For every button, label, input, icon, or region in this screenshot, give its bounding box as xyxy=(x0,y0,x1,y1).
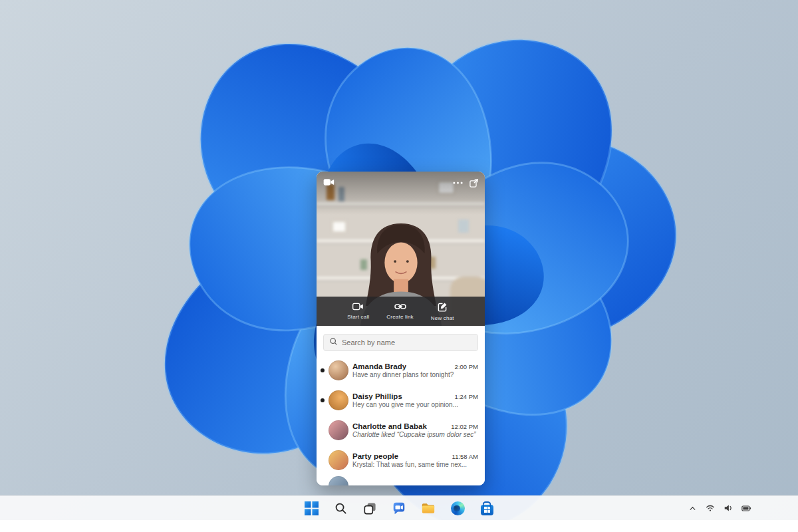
avatar xyxy=(329,450,348,470)
chat-time: 12:02 PM xyxy=(451,423,478,430)
chat-time: 11:58 AM xyxy=(452,453,478,460)
create-link-button[interactable]: Create link xyxy=(386,303,413,320)
edge-icon xyxy=(451,501,465,515)
volume-button[interactable] xyxy=(722,503,734,513)
chat-name: Party people xyxy=(352,452,398,460)
start-call-button[interactable]: Start call xyxy=(347,303,369,320)
taskbar-store-button[interactable] xyxy=(476,498,497,518)
chat-list-item[interactable]: Amanda Brady 2:00 PM Have any dinner pla… xyxy=(317,355,485,385)
avatar xyxy=(329,360,348,380)
action-label: Create link xyxy=(386,314,413,320)
avatar xyxy=(329,420,348,440)
action-label: Start call xyxy=(347,314,369,320)
battery-button[interactable] xyxy=(740,503,753,513)
taskbar xyxy=(0,495,798,520)
camera-icon xyxy=(323,177,334,189)
avatar xyxy=(329,390,348,410)
windows-start-icon xyxy=(305,501,319,515)
avatar xyxy=(329,476,348,485)
chat-list: Amanda Brady 2:00 PM Have any dinner pla… xyxy=(317,355,485,485)
chat-preview: Hey can you give me your opinion... xyxy=(352,401,478,408)
microsoft-store-icon xyxy=(481,505,493,515)
chat-panel-body: Amanda Brady 2:00 PM Have any dinner pla… xyxy=(317,326,485,485)
speaker-icon xyxy=(724,504,733,512)
action-label: New chat xyxy=(431,315,454,321)
new-chat-icon xyxy=(438,302,448,314)
chat-list-item-partial[interactable] xyxy=(317,475,485,485)
search-input[interactable] xyxy=(342,338,472,346)
chat-flyout-window: Start call Create link xyxy=(317,172,485,485)
search-icon xyxy=(334,502,347,515)
more-options-button[interactable] xyxy=(453,182,463,184)
unread-dot xyxy=(321,368,325,372)
new-chat-button[interactable]: New chat xyxy=(431,302,454,321)
teams-chat-icon xyxy=(392,501,406,515)
chat-time: 2:00 PM xyxy=(455,363,478,370)
chat-name: Daisy Phillips xyxy=(352,392,402,400)
video-header xyxy=(317,172,485,194)
search-icon xyxy=(329,336,338,348)
more-options-icon xyxy=(453,182,463,184)
taskbar-start-button[interactable] xyxy=(301,498,322,518)
chat-preview: Krystal: That was fun, same time nex... xyxy=(352,461,478,468)
video-camera-icon xyxy=(352,303,364,313)
chat-time: 1:24 PM xyxy=(455,393,478,400)
taskbar-file-explorer-button[interactable] xyxy=(418,498,439,518)
chat-list-item[interactable]: Party people 11:58 AM Krystal: That was … xyxy=(317,445,485,475)
battery-icon xyxy=(741,505,751,512)
open-window-button[interactable] xyxy=(469,179,478,188)
taskbar-center xyxy=(301,498,497,518)
chat-preview: Have any dinner plans for tonight? xyxy=(352,371,478,378)
taskbar-edge-button[interactable] xyxy=(447,498,468,518)
open-window-icon xyxy=(469,179,478,188)
file-explorer-icon xyxy=(421,502,436,515)
chat-name: Amanda Brady xyxy=(352,362,406,370)
search-box[interactable] xyxy=(323,334,478,351)
chevron-up-icon xyxy=(688,504,697,513)
taskbar-task-view-button[interactable] xyxy=(359,498,380,518)
chat-name: Charlotte and Babak xyxy=(352,422,427,430)
video-preview: Start call Create link xyxy=(317,172,485,326)
link-icon xyxy=(394,303,406,313)
wifi-icon xyxy=(706,504,715,512)
unread-dot xyxy=(321,398,325,402)
chat-list-item[interactable]: Charlotte and Babak 12:02 PM Charlotte l… xyxy=(317,415,485,445)
taskbar-chat-button[interactable] xyxy=(388,498,410,518)
action-bar: Start call Create link xyxy=(317,297,485,326)
desktop: Start call Create link xyxy=(0,0,798,532)
network-button[interactable] xyxy=(704,503,716,513)
chat-preview: Charlotte liked “Cupcake ipsum dolor sec… xyxy=(352,431,478,438)
system-tray xyxy=(687,503,753,514)
taskbar-search-button[interactable] xyxy=(330,498,351,518)
task-view-icon xyxy=(363,501,377,515)
bottom-strip xyxy=(0,520,798,532)
chat-list-item[interactable]: Daisy Phillips 1:24 PM Hey can you give … xyxy=(317,385,485,415)
show-hidden-icons-button[interactable] xyxy=(687,503,698,514)
